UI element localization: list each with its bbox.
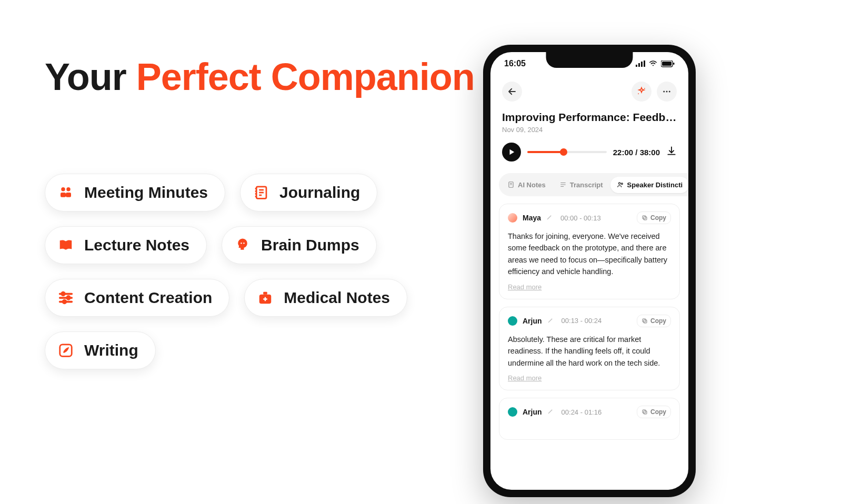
- chip-medical-notes[interactable]: Medical Notes: [244, 279, 407, 317]
- chip-writing[interactable]: Writing: [45, 331, 156, 369]
- speaker-name: Maya: [523, 214, 541, 222]
- view-tabs: AI Notes Transcript Speaker Distincti: [499, 173, 688, 196]
- svg-rect-51: [643, 319, 646, 322]
- arrow-left-icon: [507, 87, 517, 96]
- note-title: Improving Performance: Feedback ..: [502, 111, 677, 124]
- read-more-link[interactable]: Read more: [508, 374, 542, 382]
- svg-rect-49: [643, 216, 646, 219]
- download-button[interactable]: [666, 146, 677, 158]
- time-total: 38:00: [640, 148, 660, 157]
- copy-label: Copy: [650, 317, 666, 325]
- headline-accent: Perfect Companion: [136, 56, 475, 98]
- headline-part1: Your: [45, 56, 136, 98]
- play-button[interactable]: [502, 143, 521, 162]
- speaker-avatar: [508, 407, 517, 417]
- transcript-card: Maya 00:00 - 00:13 Copy Thanks for joini…: [499, 204, 680, 299]
- speaker-name: Arjun: [523, 408, 542, 416]
- chip-meeting-minutes[interactable]: Meeting Minutes: [45, 174, 225, 211]
- copy-button[interactable]: Copy: [637, 211, 671, 224]
- svg-rect-26: [638, 63, 640, 67]
- phone-notch: [546, 52, 633, 68]
- chip-content-creation[interactable]: Content Creation: [45, 279, 229, 317]
- svg-point-18: [67, 296, 70, 299]
- svg-point-1: [66, 187, 71, 191]
- chip-brain-dumps[interactable]: Brain Dumps: [222, 226, 377, 264]
- read-more-link[interactable]: Read more: [508, 283, 542, 291]
- sparkle-icon: [636, 86, 647, 97]
- audio-player: 22:00 / 38:00: [502, 143, 677, 162]
- svg-rect-53: [643, 410, 646, 413]
- status-time: 16:05: [504, 59, 526, 68]
- pencil-icon: [547, 317, 554, 324]
- pen-icon: [57, 341, 75, 359]
- lines-icon: [559, 181, 567, 188]
- svg-point-35: [638, 93, 639, 94]
- chip-label: Journaling: [279, 184, 360, 201]
- svg-point-34: [644, 88, 645, 89]
- svg-point-12: [240, 243, 242, 244]
- time-range: 00:24 - 01:16: [562, 408, 602, 416]
- svg-rect-3: [66, 193, 71, 197]
- battery-icon: [661, 61, 675, 67]
- svg-rect-31: [662, 62, 671, 66]
- chip-label: Medical Notes: [284, 289, 390, 307]
- time-range: 00:00 - 00:13: [560, 214, 601, 222]
- transcript-card: Arjun 00:13 - 00:24 Copy Absolutely. The…: [499, 307, 680, 390]
- svg-point-13: [243, 243, 245, 244]
- tab-label: Transcript: [570, 181, 603, 189]
- svg-point-17: [62, 293, 65, 296]
- seek-fill: [527, 151, 564, 153]
- edit-speaker-button[interactable]: [547, 316, 554, 326]
- seek-track[interactable]: [527, 151, 607, 153]
- hero-headline: Your Perfect Companion for: [45, 55, 534, 99]
- copy-button[interactable]: Copy: [637, 406, 671, 418]
- brain-icon: [234, 236, 252, 254]
- chip-label: Content Creation: [84, 289, 212, 307]
- more-button[interactable]: [657, 82, 677, 102]
- book-icon: [57, 236, 75, 254]
- tab-label: AI Notes: [518, 181, 546, 189]
- app-top-bar: [490, 82, 688, 102]
- cellular-icon: [636, 61, 645, 67]
- dots-icon: [662, 87, 671, 96]
- play-icon: [508, 148, 515, 156]
- time-display: 22:00 / 38:00: [613, 148, 660, 157]
- medical-icon: [256, 289, 274, 307]
- chip-journaling[interactable]: Journaling: [240, 174, 377, 211]
- svg-point-46: [618, 183, 620, 185]
- copy-label: Copy: [650, 408, 666, 416]
- time-elapsed: 22:00: [613, 148, 633, 157]
- copy-icon: [641, 318, 648, 324]
- people-small-icon: [617, 181, 624, 188]
- transcript-text: Absolutely. These are critical for marke…: [508, 334, 671, 369]
- speaker-name: Arjun: [523, 317, 542, 325]
- seek-knob[interactable]: [560, 148, 567, 156]
- svg-rect-52: [644, 411, 647, 414]
- ai-sparkle-button[interactable]: [632, 82, 651, 102]
- chip-label: Lecture Notes: [84, 236, 189, 254]
- journal-icon: [252, 184, 270, 201]
- edit-speaker-button[interactable]: [547, 407, 554, 417]
- pencil-icon: [546, 214, 553, 220]
- people-icon: [57, 184, 75, 201]
- chip-lecture-notes[interactable]: Lecture Notes: [45, 226, 207, 264]
- svg-rect-50: [644, 320, 647, 323]
- back-button[interactable]: [502, 82, 522, 102]
- phone-mockup: 16:05: [483, 45, 696, 497]
- svg-point-19: [63, 300, 66, 304]
- pencil-icon: [547, 408, 554, 415]
- speaker-avatar: [508, 316, 517, 326]
- tab-transcript[interactable]: Transcript: [553, 177, 609, 193]
- copy-icon: [641, 409, 648, 415]
- svg-marker-39: [510, 149, 515, 155]
- copy-button[interactable]: Copy: [637, 315, 671, 327]
- svg-rect-21: [264, 292, 268, 295]
- svg-rect-2: [61, 193, 66, 197]
- tab-ai-notes[interactable]: AI Notes: [501, 177, 552, 193]
- svg-rect-25: [636, 65, 637, 67]
- edit-speaker-button[interactable]: [546, 213, 553, 223]
- use-case-chips: Meeting Minutes Journaling Lecture Notes: [45, 174, 424, 369]
- tab-label: Speaker Distincti: [627, 181, 683, 189]
- tab-speaker-distinction[interactable]: Speaker Distincti: [610, 177, 688, 193]
- copy-label: Copy: [650, 214, 666, 221]
